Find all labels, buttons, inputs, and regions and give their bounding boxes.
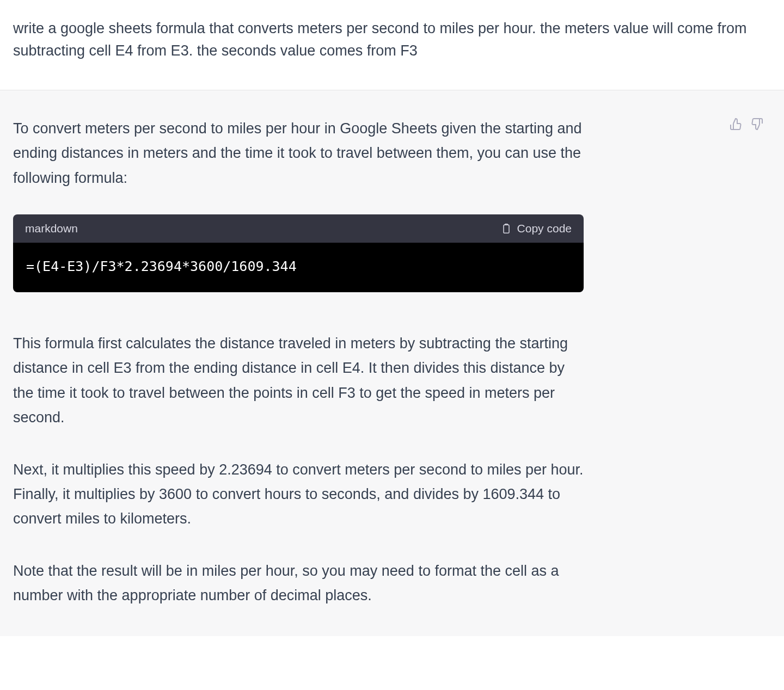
copy-code-button[interactable]: Copy code [501,222,572,235]
assistant-body-paragraph-3: Note that the result will be in miles pe… [13,559,584,608]
code-language-label: markdown [25,222,78,235]
assistant-message: To convert meters per second to miles pe… [0,90,784,636]
assistant-content: To convert meters per second to miles pe… [13,116,584,608]
user-prompt-text: write a google sheets formula that conve… [13,17,771,61]
clipboard-icon [501,223,512,235]
thumbs-down-icon[interactable] [750,118,763,131]
thumbs-up-icon[interactable] [730,118,743,131]
svg-rect-0 [504,225,509,233]
code-content[interactable]: =(E4-E3)/F3*2.23694*3600/1609.344 [13,243,584,292]
copy-code-label: Copy code [517,222,572,235]
code-header: markdown Copy code [13,214,584,243]
assistant-intro-paragraph: To convert meters per second to miles pe… [13,116,584,190]
code-block: markdown Copy code =(E4-E3)/F3*2.23694*3… [13,214,584,292]
feedback-actions [730,118,763,131]
user-message: write a google sheets formula that conve… [0,0,784,90]
assistant-body-paragraph-1: This formula first calculates the distan… [13,331,584,430]
assistant-body-paragraph-2: Next, it multiplies this speed by 2.2369… [13,458,584,532]
